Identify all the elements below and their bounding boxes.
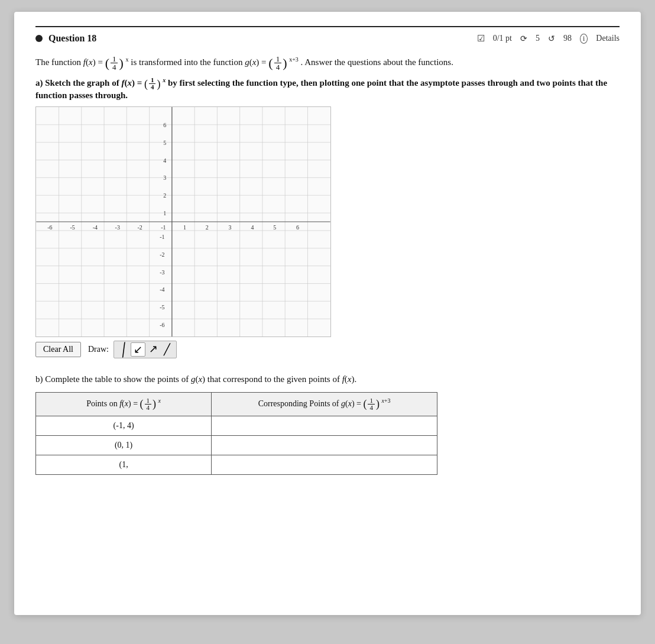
g-den: 4 <box>274 63 282 71</box>
part-a-text: Sketch the graph of f(x) = <box>45 78 144 88</box>
part-a-label: a) Sketch the graph of f(x) = ( 1 4 ) x … <box>35 77 620 101</box>
f-num: 1 <box>111 55 118 63</box>
table-header-row: Points on f(x) = ( 1 4 ) x Correspondi <box>36 392 437 416</box>
row2-g-point[interactable] <box>212 435 437 455</box>
svg-text:-6: -6 <box>47 224 52 231</box>
f-fraction: 1 4 <box>111 55 118 71</box>
svg-text:5: 5 <box>163 140 166 146</box>
f-notation: f(x) = <box>83 57 105 67</box>
row1-f-point: (-1, 4) <box>36 416 212 435</box>
attempts-count: 5 <box>536 34 540 43</box>
bullet-icon <box>35 35 43 42</box>
row2-f-point: (0, 1) <box>36 435 212 455</box>
part-b-text: b) Complete the table to show the points… <box>35 373 620 386</box>
info-icon: i <box>580 34 588 44</box>
draw-toolbar: Clear All Draw: ╱ ↙ ↙ ╱ <box>35 341 620 358</box>
svg-text:-6: -6 <box>160 322 164 328</box>
points-table: Points on f(x) = ( 1 4 ) x Correspondi <box>35 392 437 475</box>
svg-text:-1: -1 <box>161 224 166 231</box>
svg-text:3: 3 <box>229 224 232 231</box>
svg-text:4: 4 <box>163 157 166 164</box>
details-link[interactable]: Details <box>596 34 620 43</box>
row3-g-point[interactable] <box>212 455 437 474</box>
svg-text:-1: -1 <box>160 234 164 240</box>
row1-g-input[interactable] <box>221 421 427 431</box>
f-exp: x <box>126 56 129 63</box>
col2-fraction-paren: ( 1 4 ) <box>363 397 380 411</box>
score-label: 0/1 pt <box>493 34 512 43</box>
col2-fraction: 1 4 <box>368 397 375 411</box>
svg-text:-4: -4 <box>93 224 98 231</box>
svg-text:-2: -2 <box>137 224 142 231</box>
answer-text: . Answer the questions about the functio… <box>301 57 453 67</box>
svg-text:-3: -3 <box>115 224 120 231</box>
row2-g-input[interactable] <box>221 441 427 450</box>
table-row: (1, <box>36 455 437 474</box>
svg-text:-3: -3 <box>160 269 164 276</box>
line-draw-tool[interactable]: ╱ <box>115 341 131 358</box>
svg-text:5: 5 <box>273 224 276 231</box>
graph-svg[interactable]: .grid { stroke: #ccc; stroke-width: 0.7;… <box>36 107 330 336</box>
svg-text:-2: -2 <box>160 251 164 258</box>
ray-draw-tool[interactable]: ╱ <box>161 343 173 356</box>
table-row: (-1, 4) <box>36 416 437 435</box>
svg-text:-5: -5 <box>70 224 74 231</box>
table-section: b) Complete the table to show the points… <box>35 373 620 475</box>
svg-text:6: 6 <box>163 122 166 128</box>
attempts-icon: ⟳ <box>520 34 527 44</box>
svg-text:-5: -5 <box>160 304 164 310</box>
svg-text:6: 6 <box>296 224 299 231</box>
part-b-intro: Complete the table to show the points of… <box>45 374 356 384</box>
submissions-count: 98 <box>563 34 572 43</box>
svg-text:-4: -4 <box>160 287 164 293</box>
question-title: Question 18 <box>35 33 96 44</box>
graph-container[interactable]: .grid { stroke: #ccc; stroke-width: 0.7;… <box>35 106 331 337</box>
col1-exp: x <box>158 397 161 404</box>
row1-g-point[interactable] <box>212 416 437 435</box>
submissions-icon: ↺ <box>548 34 555 44</box>
intro-text: The function <box>35 57 83 67</box>
svg-text:1: 1 <box>183 224 186 231</box>
part-b-label: b) <box>35 374 43 384</box>
svg-text:3: 3 <box>163 174 166 181</box>
col2-exp: x+3 <box>381 397 390 404</box>
curve-down-draw-tool[interactable]: ↙ <box>131 342 145 357</box>
g-exp: x+3 <box>289 56 299 63</box>
draw-label: Draw: <box>88 345 109 354</box>
g-num: 1 <box>274 55 282 63</box>
f-fraction-paren: ( 1 4 ) <box>105 55 124 71</box>
svg-text:1: 1 <box>163 210 166 216</box>
draw-tools-container: ╱ ↙ ↙ ╱ <box>114 341 177 358</box>
svg-text:2: 2 <box>206 224 209 231</box>
row3-g-input[interactable] <box>221 460 427 470</box>
col1-fraction-paren: ( 1 4 ) <box>140 397 157 411</box>
part-a-letter: a) <box>35 78 43 88</box>
g-fraction-paren: ( 1 4 ) <box>268 55 287 71</box>
transformed-text: is transformed into the function g(x) = <box>131 57 268 67</box>
check-icon: ☑ <box>477 33 485 44</box>
svg-text:2: 2 <box>163 192 166 199</box>
table-row: (0, 1) <box>36 435 437 455</box>
col1-header: Points on f(x) = ( 1 4 ) x <box>36 392 212 416</box>
part-a-exp: x <box>163 77 166 83</box>
f-den: 4 <box>111 63 118 71</box>
part-a-fraction: 1 4 <box>149 77 156 90</box>
question-header: Question 18 ☑ 0/1 pt ⟳ 5 ↺ 98 i Details <box>35 26 620 44</box>
col1-fraction: 1 4 <box>145 397 152 411</box>
row3-f-point: (1, <box>36 455 212 474</box>
problem-text: The function f(x) = ( 1 4 ) x is transfo… <box>35 54 620 71</box>
clear-all-button[interactable]: Clear All <box>35 342 81 357</box>
part-a-fraction-paren: ( 1 4 ) <box>144 77 161 90</box>
header-right: ☑ 0/1 pt ⟳ 5 ↺ 98 i Details <box>477 33 620 44</box>
page-container: Question 18 ☑ 0/1 pt ⟳ 5 ↺ 98 i Details … <box>14 12 641 615</box>
col2-header: Corresponding Points of g(x) = ( 1 4 ) x… <box>212 392 437 416</box>
svg-text:4: 4 <box>251 224 254 231</box>
curve-up-draw-tool[interactable]: ↙ <box>147 343 160 356</box>
question-number: Question 18 <box>48 33 96 44</box>
g-fraction: 1 4 <box>274 55 282 71</box>
